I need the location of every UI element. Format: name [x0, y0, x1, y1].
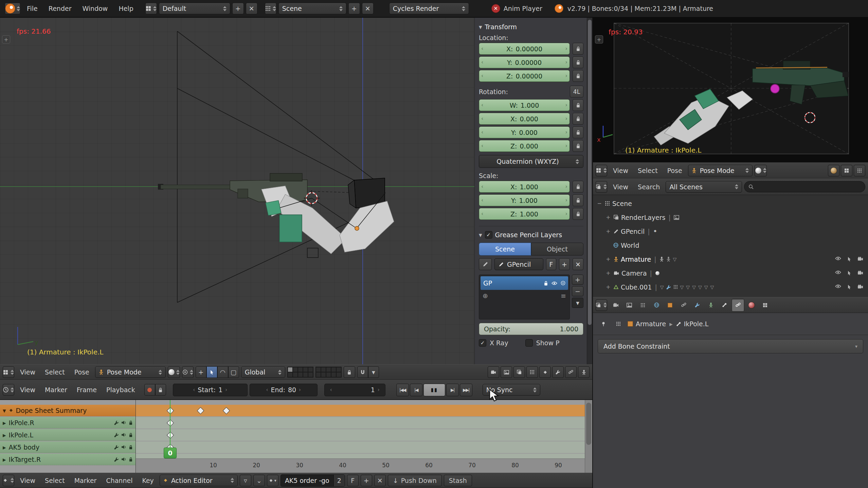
blender-menu-button[interactable]	[5, 3, 20, 14]
tab-render-layers[interactable]	[623, 299, 636, 312]
lock-icon[interactable]	[129, 445, 133, 450]
next-keyframe-button[interactable]: ▶|	[446, 384, 459, 396]
rotation-y-field[interactable]: ‹Y:0.000›	[479, 126, 570, 138]
menu-file[interactable]: File	[22, 5, 42, 12]
layer-grid-2[interactable]	[315, 367, 342, 378]
stop-anim-player-icon[interactable]: ✕	[491, 4, 500, 13]
layer-color-add-icon[interactable]: ⊕	[483, 292, 488, 299]
previous-keyframe-button[interactable]: |◀	[410, 384, 422, 396]
tab-constraints[interactable]	[677, 299, 690, 312]
opacity-slider[interactable]: Opacity: 1.000	[479, 323, 583, 335]
record-button[interactable]	[144, 384, 155, 396]
tab-scene[interactable]	[636, 299, 649, 312]
outliner-scope-selector[interactable]: All Scenes	[666, 181, 742, 193]
tab-object-data[interactable]	[704, 299, 717, 312]
selectable-icon[interactable]	[847, 284, 851, 290]
onion-skin-icon[interactable]	[561, 281, 565, 285]
action-unlink-button[interactable]: ✕	[374, 475, 386, 486]
tab-material[interactable]	[745, 299, 758, 312]
speaker-icon[interactable]	[121, 420, 126, 425]
lock-icon[interactable]	[129, 433, 133, 437]
wrench-icon[interactable]	[114, 457, 119, 462]
lock-scale-x-button[interactable]	[573, 181, 583, 193]
gpencil-panel-header[interactable]: ▾✓Grease Pencil Layers	[479, 229, 583, 241]
outliner-row-scene[interactable]: − Scene	[593, 196, 868, 210]
render-restrict-icon[interactable]	[857, 271, 863, 275]
menu-select[interactable]: Select	[41, 477, 69, 484]
editor-type-button[interactable]	[596, 181, 607, 193]
layer-grid-1[interactable]	[287, 367, 313, 378]
collapse-icon[interactable]: −	[596, 200, 602, 207]
viewport-shading-selector[interactable]	[755, 165, 767, 176]
menu-select[interactable]: Select	[634, 167, 662, 174]
snap-grid-button[interactable]	[841, 165, 852, 176]
eye-icon[interactable]	[835, 271, 841, 274]
mode-selector[interactable]: Pose Mode	[95, 366, 166, 378]
lock-icon[interactable]	[544, 281, 548, 286]
outliner-row-gpencil[interactable]: + GPencil | •	[593, 224, 868, 238]
outliner-row-armature[interactable]: + Armature | ▽	[593, 252, 868, 266]
menu-pose[interactable]: Pose	[664, 167, 686, 174]
viewport-shading-selector[interactable]	[168, 366, 180, 378]
menu-search[interactable]: Search	[634, 183, 664, 191]
render-border-button[interactable]	[854, 165, 865, 176]
wrench-icon[interactable]	[114, 445, 119, 450]
menu-playback[interactable]: Playback	[103, 386, 139, 394]
menu-help[interactable]: Help	[114, 5, 138, 12]
outliner-search-input[interactable]	[744, 181, 865, 192]
expand-icon[interactable]: +	[605, 270, 611, 276]
layer-remove-button[interactable]: −	[572, 286, 583, 296]
layer-add-button[interactable]: +	[572, 275, 583, 285]
region-expand-button[interactable]: +	[2, 35, 10, 43]
lock-location-y-button[interactable]	[573, 56, 583, 68]
n-panel-scrollbar[interactable]	[587, 18, 592, 364]
frame-end-field[interactable]: ‹End:80›	[250, 384, 318, 396]
channel-row[interactable]: ▸IkPole.L	[0, 429, 135, 441]
region-expand-button[interactable]: +	[595, 35, 603, 43]
breadcrumb-object[interactable]: Armature	[628, 320, 666, 328]
lock-location-x-button[interactable]	[573, 43, 583, 55]
paste-pose-button[interactable]	[526, 366, 538, 378]
pose-library-button[interactable]	[565, 366, 577, 378]
gpencil-unlink-button[interactable]: ✕	[573, 258, 583, 270]
menu-view[interactable]: View	[609, 167, 632, 174]
time-ruler[interactable]: 10 20 30 40 50 60 70 80 90	[136, 458, 585, 473]
action-add-button[interactable]: +	[361, 475, 372, 486]
delete-scene-button[interactable]: ✕	[362, 3, 374, 14]
lock-icon[interactable]	[129, 420, 133, 425]
pivot-point-selector[interactable]	[182, 366, 194, 378]
menu-marker[interactable]: Marker	[41, 386, 71, 394]
gpencil-layer-row[interactable]: GP	[481, 276, 568, 290]
pose-extra-button[interactable]	[578, 366, 590, 378]
rotation-z-field[interactable]: ‹Z:0.000›	[479, 140, 570, 152]
show-points-checkbox[interactable]	[525, 339, 533, 347]
location-z-field[interactable]: ‹Z:0.00000›	[479, 70, 570, 82]
eye-icon[interactable]	[551, 281, 557, 285]
wrench-icon[interactable]	[114, 433, 119, 437]
rotation-x-field[interactable]: ‹X:0.000›	[479, 113, 570, 125]
mode-selector[interactable]: Pose Mode	[688, 165, 753, 176]
add-layout-button[interactable]: +	[232, 3, 244, 14]
lock-rotation-y-button[interactable]	[573, 126, 583, 138]
tab-render[interactable]	[609, 299, 622, 312]
dopesheet-mode-selector[interactable]: Action Editor	[160, 475, 238, 486]
menu-view[interactable]: View	[16, 477, 39, 484]
channel-row[interactable]: ▸IkTarget.R	[0, 454, 135, 465]
selectable-icon[interactable]	[847, 271, 851, 276]
lock-rotation-z-button[interactable]	[573, 140, 583, 152]
outliner-row-world[interactable]: World	[593, 238, 868, 252]
transform-panel-header[interactable]: ▾Transform	[479, 21, 583, 33]
keyingset-lock-button[interactable]	[155, 384, 166, 396]
paste-flipped-button[interactable]	[539, 366, 551, 378]
speaker-icon[interactable]	[121, 457, 126, 461]
editor-type-button[interactable]	[3, 366, 14, 378]
manipulator-rotate-button[interactable]: ◠	[217, 366, 228, 378]
lock-scale-z-button[interactable]	[573, 208, 583, 220]
gpencil-add-button[interactable]: +	[559, 258, 570, 270]
expand-icon[interactable]: +	[605, 228, 611, 234]
manipulator-scale-button[interactable]: ▢	[228, 366, 239, 378]
pose-tools-button[interactable]	[552, 366, 564, 378]
editor-type-button[interactable]	[596, 165, 607, 176]
outliner-row-cube[interactable]: + Cube.001 | ▽ ▽▽▽▽▽▽	[593, 280, 868, 294]
delete-layout-button[interactable]: ✕	[246, 3, 257, 14]
